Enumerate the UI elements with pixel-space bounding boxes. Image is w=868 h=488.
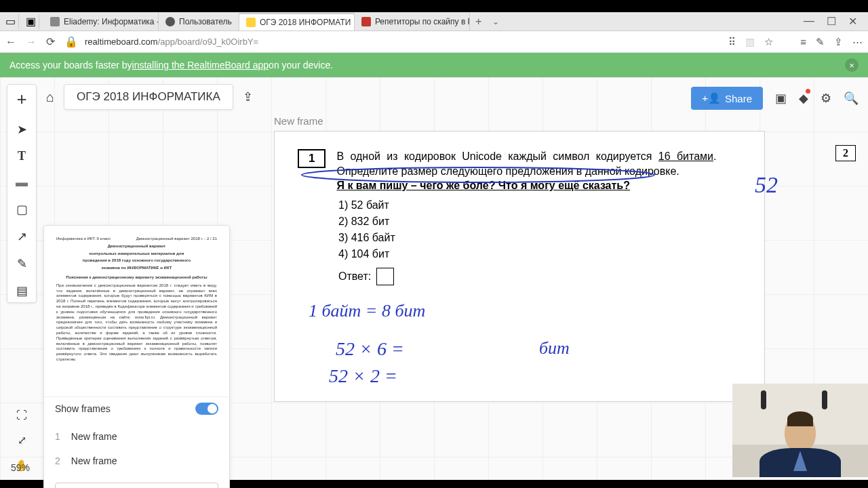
share-icon[interactable]: ⇪ bbox=[834, 36, 843, 48]
frame-item-1[interactable]: 1New frame bbox=[44, 424, 229, 449]
menu-icon[interactable]: ≡ bbox=[800, 36, 806, 47]
show-frames-toggle[interactable] bbox=[195, 403, 218, 415]
banner-close-button[interactable]: × bbox=[845, 58, 859, 72]
tab-dropdown-icon[interactable]: ⌄ bbox=[487, 17, 505, 26]
frame-item-2[interactable]: 2New frame bbox=[44, 449, 229, 473]
sticky-tool[interactable]: ▬ bbox=[16, 176, 28, 190]
more-icon[interactable]: ⋯ bbox=[852, 36, 863, 48]
problem-number: 1 bbox=[298, 149, 326, 168]
notes-icon[interactable]: ✎ bbox=[816, 36, 825, 48]
share-button[interactable]: +👤Share bbox=[691, 87, 763, 110]
maximize-button[interactable]: ☐ bbox=[827, 15, 836, 28]
search-icon[interactable]: 🔍 bbox=[844, 91, 859, 106]
handwriting-byte-bit: 1 байт = 8 бит bbox=[309, 301, 425, 321]
arrow-tool[interactable]: ↗ bbox=[17, 229, 27, 244]
answer-options: 1) 52 байт 2) 832 бит 3) 416 байт 4) 104… bbox=[338, 197, 726, 262]
tabs-menu-icon[interactable]: ▭ bbox=[3, 14, 19, 29]
back-button[interactable]: ← bbox=[5, 36, 16, 48]
export-button[interactable]: ⇪ bbox=[243, 89, 253, 104]
new-tab-button[interactable]: + bbox=[470, 16, 487, 28]
frame-title[interactable]: New frame bbox=[274, 115, 765, 127]
tabs-thumb-icon[interactable]: ▣ bbox=[23, 14, 39, 29]
tab-eliademy[interactable]: Eliademy: Информатика - С bbox=[43, 13, 159, 30]
translate-icon[interactable]: ⠿ bbox=[728, 36, 736, 48]
home-button[interactable]: ⌂ bbox=[46, 89, 54, 105]
answer-input-box[interactable] bbox=[376, 268, 394, 285]
zoom-level[interactable]: 59% bbox=[11, 462, 30, 473]
comment-tool[interactable]: ▤ bbox=[16, 283, 28, 298]
frames-panel: Информатика и ИКТ. 9 классДемонстрационн… bbox=[43, 225, 230, 488]
settings-icon[interactable]: ⚙ bbox=[821, 91, 831, 106]
install-link[interactable]: installing the RealtimeBoard app bbox=[132, 60, 269, 70]
page-marker: 2 bbox=[835, 145, 856, 161]
install-banner: Access your boards faster by installing … bbox=[0, 53, 868, 77]
frame-content[interactable]: 1 В одной из кодировок Unicode каждый си… bbox=[274, 131, 765, 402]
forward-button[interactable]: → bbox=[26, 36, 37, 48]
doc-thumbnail[interactable]: Информатика и ИКТ. 9 классДемонстрационн… bbox=[54, 234, 220, 390]
close-window-button[interactable]: ✕ bbox=[848, 15, 857, 28]
webcam-overlay bbox=[732, 384, 868, 477]
handwriting-52x2: 52 × 2 = bbox=[329, 365, 397, 387]
reload-button[interactable]: ⟳ bbox=[46, 35, 55, 48]
problem-card: 1 В одной из кодировок Unicode каждый си… bbox=[287, 141, 737, 295]
pen-tool[interactable]: ✎ bbox=[17, 256, 27, 271]
chat-icon[interactable]: ▣ bbox=[775, 91, 787, 106]
add-frame-button[interactable]: + Add frame bbox=[55, 483, 218, 488]
browser-tab-strip: ▭ ▣ Eliademy: Информатика - С Пользовате… bbox=[0, 12, 868, 31]
fit-tool[interactable]: ⤢ bbox=[18, 434, 26, 447]
minimize-button[interactable]: — bbox=[804, 15, 814, 28]
lock-icon[interactable]: 🔒 bbox=[64, 35, 78, 48]
handwriting-52: 52 bbox=[755, 172, 778, 198]
select-tool[interactable]: ➤ bbox=[17, 122, 27, 137]
text-tool[interactable]: T bbox=[18, 149, 26, 163]
address-bar: ← → ⟳ 🔒 realtimeboard.com/app/board/o9J_… bbox=[0, 31, 868, 53]
frames-tool[interactable]: ⛶ bbox=[16, 409, 27, 422]
add-tool[interactable]: + bbox=[16, 89, 26, 110]
shape-tool[interactable]: ▢ bbox=[16, 202, 28, 217]
answer-label: Ответ: bbox=[338, 270, 371, 283]
show-frames-label: Show frames bbox=[55, 403, 111, 414]
tab-active-board[interactable]: ОГЭ 2018 ИНФОРМАТИ× bbox=[239, 13, 355, 30]
add-user-icon: +👤 bbox=[702, 92, 721, 104]
handwriting-bit: бит bbox=[539, 338, 570, 359]
board-title[interactable]: ОГЭ 2018 ИНФОРМАТИКА bbox=[64, 84, 233, 110]
board-canvas[interactable]: + ➤ T ▬ ▢ ↗ ✎ ▤ ⛶ ⤢ ✋ 59% ⌂ ОГЭ 2018 ИНФ… bbox=[0, 77, 868, 485]
handwriting-52x6: 52 × 6 = bbox=[336, 338, 404, 360]
tab-tutors[interactable]: Репетиторы по скайпу в Pr bbox=[355, 13, 470, 30]
tab-user[interactable]: Пользователь bbox=[159, 13, 239, 30]
reader-icon[interactable]: ▥ bbox=[745, 36, 755, 48]
activity-icon[interactable]: ◆ bbox=[799, 91, 808, 106]
url-text[interactable]: realtimeboard.com/app/board/o9J_k0OirbY= bbox=[85, 37, 258, 47]
tool-palette: + ➤ T ▬ ▢ ↗ ✎ ▤ bbox=[7, 84, 37, 303]
problem-text: В одной из кодировок Unicode каждый симв… bbox=[336, 149, 716, 193]
favorite-icon[interactable]: ☆ bbox=[764, 36, 773, 48]
